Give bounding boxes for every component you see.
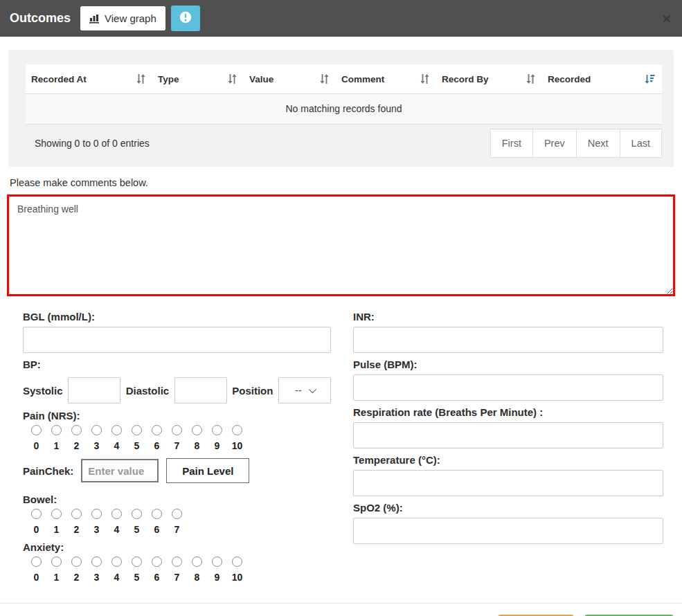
radio-option-label: 6 xyxy=(154,440,160,451)
bp-row: Systolic Diastolic Position -- xyxy=(23,377,331,404)
form-left-column: BGL (mmol/L): BP: Systolic Diastolic Pos… xyxy=(23,311,331,583)
radio-button[interactable] xyxy=(152,425,162,435)
radio-button[interactable] xyxy=(192,556,202,567)
radio-button[interactable] xyxy=(91,425,102,435)
radio-button[interactable] xyxy=(111,425,122,435)
radio-option-4: 4 xyxy=(107,556,127,583)
radio-option-label: 3 xyxy=(94,524,100,535)
radio-option-label: 4 xyxy=(114,572,120,583)
radio-option-label: 3 xyxy=(94,440,100,451)
radio-button[interactable] xyxy=(212,425,222,435)
pain-nrs-label: Pain (NRS): xyxy=(23,410,331,422)
column-header-record-by[interactable]: Record By xyxy=(436,64,542,93)
radio-option-10: 10 xyxy=(227,425,247,451)
radio-button[interactable] xyxy=(132,556,142,567)
radio-option-4: 4 xyxy=(107,425,127,451)
radio-option-8: 8 xyxy=(187,425,207,451)
pain-level-button[interactable]: Pain Level xyxy=(166,458,249,483)
sort-icon[interactable] xyxy=(526,74,535,84)
table-footer: Showing 0 to 0 of 0 entries First Prev N… xyxy=(26,129,662,158)
diastolic-input[interactable] xyxy=(174,377,227,404)
radio-option-6: 6 xyxy=(147,509,167,535)
pulse-input[interactable] xyxy=(353,374,663,401)
radio-option-label: 10 xyxy=(232,572,243,583)
radio-option-label: 5 xyxy=(134,572,140,583)
radio-option-10: 10 xyxy=(227,556,247,583)
bgl-input[interactable] xyxy=(23,327,331,353)
entries-count-text: Showing 0 to 0 of 0 entries xyxy=(35,138,150,149)
radio-button[interactable] xyxy=(31,509,42,519)
radio-button[interactable] xyxy=(71,556,82,567)
radio-button[interactable] xyxy=(192,425,202,435)
bp-label: BP: xyxy=(23,359,331,370)
radio-button[interactable] xyxy=(212,556,222,567)
column-header-recorded[interactable]: Recorded xyxy=(542,64,662,93)
pagination: First Prev Next Last xyxy=(490,129,662,158)
radio-button[interactable] xyxy=(132,425,142,435)
sort-icon[interactable] xyxy=(420,74,429,84)
painchek-input[interactable] xyxy=(81,459,159,482)
radio-option-label: 3 xyxy=(94,572,100,583)
radio-option-label: 6 xyxy=(154,572,160,583)
anxiety-label: Anxiety: xyxy=(23,541,331,553)
radio-button[interactable] xyxy=(71,425,82,435)
position-select[interactable]: -- xyxy=(278,377,331,404)
radio-button[interactable] xyxy=(31,556,42,567)
close-icon[interactable]: × xyxy=(663,11,671,26)
radio-option-9: 9 xyxy=(207,425,227,451)
radio-button[interactable] xyxy=(132,509,142,519)
sort-icon[interactable] xyxy=(320,74,329,84)
pagination-next-button[interactable]: Next xyxy=(576,129,620,158)
comment-textarea[interactable]: Breathing well xyxy=(7,194,675,296)
radio-option-8: 8 xyxy=(187,556,207,583)
radio-button[interactable] xyxy=(152,509,162,519)
systolic-input[interactable] xyxy=(68,377,120,404)
column-header-type[interactable]: Type xyxy=(152,64,244,93)
radio-option-label: 1 xyxy=(54,524,60,535)
exclamation-circle-icon xyxy=(179,11,192,26)
temperature-label: Temperature (°C): xyxy=(353,454,663,466)
radio-option-label: 9 xyxy=(215,440,220,451)
view-graph-button[interactable]: View graph xyxy=(80,6,165,30)
column-header-value[interactable]: Value xyxy=(244,64,336,93)
radio-option-3: 3 xyxy=(87,556,107,583)
anxiety-scale-radios: 012345678910 xyxy=(23,556,331,583)
radio-button[interactable] xyxy=(51,509,62,519)
sort-icon[interactable] xyxy=(228,74,237,84)
radio-button[interactable] xyxy=(172,425,182,435)
radio-button[interactable] xyxy=(31,425,42,435)
radio-option-6: 6 xyxy=(147,556,167,583)
spo2-input[interactable] xyxy=(353,518,663,544)
radio-option-2: 2 xyxy=(66,556,87,583)
column-header-comment[interactable]: Comment xyxy=(336,64,436,93)
radio-button[interactable] xyxy=(91,556,102,567)
radio-button[interactable] xyxy=(111,556,122,567)
pagination-last-button[interactable]: Last xyxy=(620,129,662,158)
radio-button[interactable] xyxy=(232,425,242,435)
respiration-rate-input[interactable] xyxy=(353,422,663,449)
radio-option-7: 7 xyxy=(167,556,187,583)
radio-option-2: 2 xyxy=(66,509,87,535)
radio-button[interactable] xyxy=(172,509,182,519)
radio-button[interactable] xyxy=(91,509,102,519)
radio-button[interactable] xyxy=(152,556,162,567)
inr-input[interactable] xyxy=(353,327,663,353)
pagination-first-button[interactable]: First xyxy=(490,129,533,158)
radio-option-label: 6 xyxy=(154,524,160,535)
inr-label: INR: xyxy=(353,311,663,323)
sort-icon[interactable] xyxy=(136,74,145,84)
sort-desc-active-icon[interactable] xyxy=(645,74,655,84)
pagination-prev-button[interactable]: Prev xyxy=(532,129,577,158)
spo2-label: SpO2 (%): xyxy=(353,502,663,514)
info-button[interactable] xyxy=(171,6,200,31)
radio-button[interactable] xyxy=(71,509,82,519)
column-header-recorded-at[interactable]: Recorded At xyxy=(26,64,152,93)
radio-button[interactable] xyxy=(51,556,62,567)
radio-option-label: 7 xyxy=(174,572,180,583)
radio-button[interactable] xyxy=(111,509,122,519)
temperature-input[interactable] xyxy=(353,470,663,496)
radio-option-label: 7 xyxy=(174,440,180,451)
radio-button[interactable] xyxy=(51,425,62,435)
radio-button[interactable] xyxy=(172,556,182,567)
radio-button[interactable] xyxy=(232,556,242,567)
